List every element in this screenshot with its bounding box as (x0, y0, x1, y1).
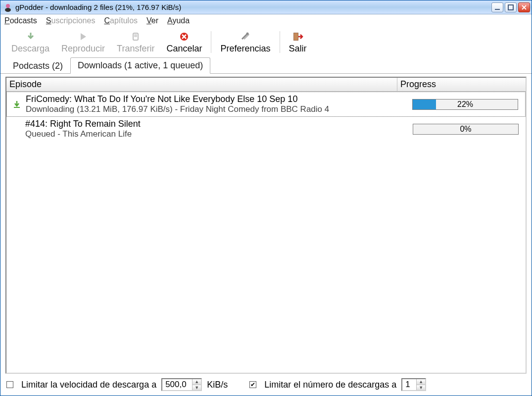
download-row[interactable]: FriComedy: What To Do If You're Not Like… (6, 92, 526, 117)
svg-point-7 (246, 32, 249, 35)
progress-label: 22% (457, 100, 473, 109)
tab-downloads[interactable]: Downloads (1 active, 1 queued) (70, 57, 210, 74)
downloads-panel: Episode Progress FriComedy: What To Do I… (5, 77, 527, 374)
download-rows: FriComedy: What To Do If You're Not Like… (6, 92, 526, 373)
toolbar-separator (211, 31, 211, 53)
toolbar-separator (280, 31, 280, 53)
toolbar-cancelar-label: Cancelar (166, 44, 202, 54)
menu-suscripciones: Suscripciones (46, 16, 96, 25)
window-buttons (491, 2, 530, 12)
limit-speed-spinner[interactable]: 500,0 ▲ ▼ (161, 378, 202, 391)
svg-rect-3 (508, 5, 513, 10)
limit-count-value[interactable]: 1 (402, 379, 416, 390)
limit-speed-checkbox[interactable] (6, 381, 13, 388)
progress-bar: 22% (412, 99, 518, 110)
svg-point-0 (6, 4, 10, 8)
toolbar-descarga: Descarga (5, 30, 55, 55)
bottom-bar: Limitar la velocidad de descarga a 500,0… (0, 374, 532, 396)
episode-subtitle: Downloading (13.21 MiB, 176.97 KiB/s) - … (26, 104, 408, 114)
maximize-button[interactable] (505, 2, 517, 12)
transfer-icon (131, 31, 141, 43)
limit-count-label: Limitar el número de descargas a (264, 380, 396, 390)
toolbar: Descarga Reproducir Transferir Cancelar (0, 27, 532, 57)
toolbar-preferencias-label: Preferencias (220, 44, 270, 54)
app-icon (3, 3, 12, 12)
progress-fill (413, 99, 436, 109)
svg-point-1 (5, 8, 11, 12)
progress-bar: 0% (413, 124, 519, 135)
spinner-up-icon[interactable]: ▲ (416, 379, 425, 385)
toolbar-transferir-label: Transferir (117, 44, 154, 54)
limit-count-spinner[interactable]: 1 ▲ ▼ (401, 378, 426, 391)
cancel-icon (179, 31, 189, 43)
spinner-down-icon[interactable]: ▼ (192, 385, 201, 391)
spinner-up-icon[interactable]: ▲ (192, 379, 201, 385)
svg-rect-9 (294, 33, 298, 40)
episode-subtitle: Queued - This American Life (25, 129, 409, 139)
download-text: FriComedy: What To Do If You're Not Like… (24, 94, 408, 114)
limit-speed-value[interactable]: 500,0 (162, 379, 192, 390)
progress-cell: 22% (408, 99, 522, 110)
download-text: #414: Right To Remain Silent Queued - Th… (23, 119, 409, 139)
menu-ver[interactable]: Ver (146, 16, 158, 25)
svg-rect-2 (495, 9, 500, 10)
toolbar-salir[interactable]: Salir (283, 30, 313, 55)
list-header: Episode Progress (6, 78, 526, 92)
titlebar[interactable]: gPodder - downloading 2 files (21%, 176.… (0, 0, 532, 14)
close-button[interactable] (518, 2, 530, 12)
limit-speed-unit: KiB/s (207, 380, 228, 390)
toolbar-transferir: Transferir (111, 30, 160, 55)
settings-icon (240, 31, 251, 43)
progress-label: 0% (460, 125, 471, 134)
toolbar-reproducir: Reproducir (55, 30, 111, 55)
toolbar-preferencias[interactable]: Preferencias (214, 30, 276, 55)
limit-count-checkbox[interactable]: ✔ (249, 381, 256, 388)
menu-ayuda[interactable]: Ayuda (167, 16, 190, 25)
episode-title: FriComedy: What To Do If You're Not Like… (26, 94, 408, 104)
limit-speed-label: Limitar la velocidad de descarga a (21, 380, 156, 390)
svg-rect-5 (134, 34, 137, 37)
exit-icon (292, 31, 303, 43)
episode-title: #414: Right To Remain Silent (25, 119, 409, 129)
play-icon (78, 31, 88, 43)
tabstrip: Podcasts (2) Downloads (1 active, 1 queu… (0, 57, 532, 74)
column-progress[interactable]: Progress (397, 78, 526, 91)
menubar: Podcasts Suscripciones Capítulos Ver Ayu… (0, 14, 532, 27)
progress-cell: 0% (409, 124, 523, 135)
tab-podcasts[interactable]: Podcasts (2) (5, 58, 70, 74)
window: gPodder - downloading 2 files (21%, 176.… (0, 0, 532, 396)
toolbar-descarga-label: Descarga (11, 44, 49, 54)
toolbar-reproducir-label: Reproducir (61, 44, 105, 54)
spinner-down-icon[interactable]: ▼ (416, 385, 425, 391)
download-icon (26, 31, 36, 43)
menu-podcasts[interactable]: Podcasts (4, 16, 37, 25)
window-title: gPodder - downloading 2 files (21%, 176.… (15, 3, 491, 11)
toolbar-salir-label: Salir (289, 44, 307, 54)
toolbar-cancelar[interactable]: Cancelar (160, 30, 208, 55)
download-row[interactable]: #414: Right To Remain Silent Queued - Th… (6, 117, 526, 141)
column-episode[interactable]: Episode (6, 78, 397, 91)
menu-capitulos: Capítulos (104, 16, 138, 25)
minimize-button[interactable] (491, 2, 503, 12)
downloading-icon (10, 100, 24, 108)
